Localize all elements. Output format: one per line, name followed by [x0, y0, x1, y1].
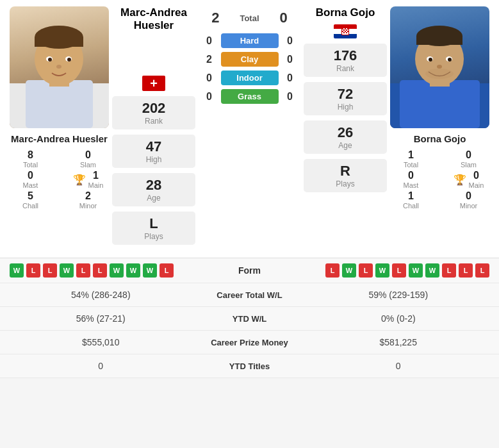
- form-badge-l: L: [475, 263, 489, 278]
- ytd-wl-left: 56% (27-21): [10, 313, 192, 324]
- svg-rect-22: [343, 29, 345, 31]
- svg-rect-20: [347, 28, 348, 29]
- right-mast-label: Mast: [387, 181, 435, 189]
- right-main-cell: 🏆 0 Main: [445, 170, 493, 189]
- form-badge-w: W: [60, 263, 74, 278]
- grass-badge: Grass: [221, 89, 279, 104]
- form-badge-l: L: [442, 263, 456, 278]
- left-chall-label: Chall: [6, 202, 54, 210]
- left-age-label: Age: [119, 194, 189, 203]
- svg-rect-33: [345, 32, 346, 33]
- right-total-cell: 1 Total: [387, 149, 435, 169]
- right-plays-label: Plays: [310, 179, 380, 188]
- svg-point-47: [425, 69, 454, 79]
- right-total-value: 1: [387, 149, 435, 161]
- form-badge-l: L: [160, 263, 174, 278]
- svg-rect-29: [346, 31, 347, 32]
- prize-right: $581,225: [307, 337, 490, 347]
- left-high-value: 47: [119, 138, 189, 155]
- right-mast-value: 0: [387, 170, 435, 181]
- svg-rect-19: [346, 28, 347, 29]
- left-plays-value: L: [119, 215, 189, 232]
- left-minor-value: 2: [64, 190, 112, 202]
- svg-rect-41: [416, 36, 462, 45]
- left-high-box: 47 High: [112, 135, 195, 168]
- left-slam-label: Slam: [64, 161, 112, 169]
- right-mast-cell: 0 Mast: [387, 170, 435, 189]
- bottom-stats: WLLWLLWWWL Form LWLWLWWLLL 54% (286-248)…: [0, 258, 499, 378]
- hard-badge: Hard: [221, 33, 279, 48]
- svg-rect-17: [343, 28, 345, 29]
- form-badge-l: L: [459, 263, 473, 278]
- form-badge-w: W: [10, 263, 24, 278]
- right-rank-label: Rank: [310, 64, 380, 73]
- right-main-value: 0: [469, 170, 484, 181]
- left-chall-cell: 5 Chall: [6, 190, 54, 210]
- svg-point-44: [429, 58, 432, 62]
- right-age-box: 26 Age: [304, 120, 387, 154]
- left-flag-container: [142, 37, 165, 91]
- total-score-left: 2: [206, 10, 225, 26]
- left-plays-label: Plays: [119, 232, 189, 241]
- svg-rect-26: [342, 31, 343, 32]
- right-high-label: High: [310, 103, 380, 112]
- right-flag: [334, 24, 357, 38]
- right-rank-box: 176 Rank: [304, 44, 387, 77]
- left-main-value: 1: [88, 170, 104, 181]
- svg-rect-18: [345, 28, 346, 29]
- svg-rect-1: [26, 80, 93, 128]
- svg-rect-28: [345, 31, 346, 32]
- form-badge-w: W: [126, 263, 140, 278]
- indoor-score-row: 0 Indoor 0: [199, 71, 300, 85]
- svg-rect-31: [342, 32, 343, 33]
- hard-score-row: 0 Hard 0: [199, 33, 300, 48]
- left-chall-value: 5: [6, 190, 54, 202]
- right-main-label: Main: [469, 181, 484, 189]
- ytd-wl-label: YTD W/L: [192, 314, 307, 324]
- right-trophy-icon: 🏆: [454, 174, 466, 186]
- right-minor-cell: 0 Minor: [445, 190, 493, 210]
- left-player-name: Marc-Andrea Huesler: [11, 133, 108, 144]
- form-badge-l: L: [392, 263, 406, 278]
- svg-rect-23: [345, 29, 346, 31]
- svg-point-10: [56, 65, 61, 69]
- form-badge-w: W: [342, 263, 356, 278]
- svg-rect-24: [346, 29, 347, 31]
- match-container: Marc-Andrea Huesler 8 Total 0 Slam 0 Mas…: [0, 0, 499, 378]
- right-form: LWLWLWWLLL: [307, 263, 490, 278]
- right-player-block: Borna Gojo 1 Total 0 Slam 0 Mast 🏆: [387, 6, 493, 245]
- form-badge-l: L: [325, 263, 339, 278]
- left-minor-cell: 2 Minor: [64, 190, 112, 210]
- left-plays-box: L Plays: [112, 212, 195, 245]
- form-badge-w: W: [110, 263, 124, 278]
- svg-rect-25: [347, 29, 348, 31]
- left-total-cell: 8 Total: [6, 149, 54, 169]
- left-player-block: Marc-Andrea Huesler 8 Total 0 Slam 0 Mas…: [6, 6, 112, 245]
- svg-rect-37: [400, 80, 480, 128]
- clay-score-right: 0: [281, 54, 300, 65]
- left-mast-value: 0: [6, 170, 54, 181]
- left-flag: [142, 76, 165, 91]
- left-age-value: 28: [119, 177, 189, 194]
- hard-score-right: 0: [281, 35, 300, 47]
- form-badge-w: W: [375, 263, 389, 278]
- form-badge-l: L: [26, 263, 40, 278]
- titles-right: 0: [307, 361, 490, 371]
- left-rank-value: 202: [119, 100, 189, 117]
- form-badge-w: W: [409, 263, 423, 278]
- left-main-cell: 🏆 1 Main: [64, 170, 112, 189]
- svg-point-46: [437, 65, 442, 69]
- left-total-label: Total: [6, 161, 54, 169]
- titles-label: YTD Titles: [192, 361, 307, 371]
- right-high-box: 72 High: [304, 82, 387, 115]
- right-plays-box: R Plays: [304, 159, 387, 192]
- total-score-row: 2 Total 0: [199, 10, 300, 26]
- form-badge-l: L: [76, 263, 90, 278]
- left-slam-cell: 0 Slam: [64, 149, 112, 169]
- right-chall-cell: 1 Chall: [387, 190, 435, 210]
- svg-rect-32: [343, 32, 345, 33]
- svg-rect-21: [342, 29, 343, 31]
- right-slam-label: Slam: [445, 161, 493, 169]
- career-wl-right: 59% (229-159): [307, 290, 490, 300]
- right-slam-cell: 0 Slam: [445, 149, 493, 169]
